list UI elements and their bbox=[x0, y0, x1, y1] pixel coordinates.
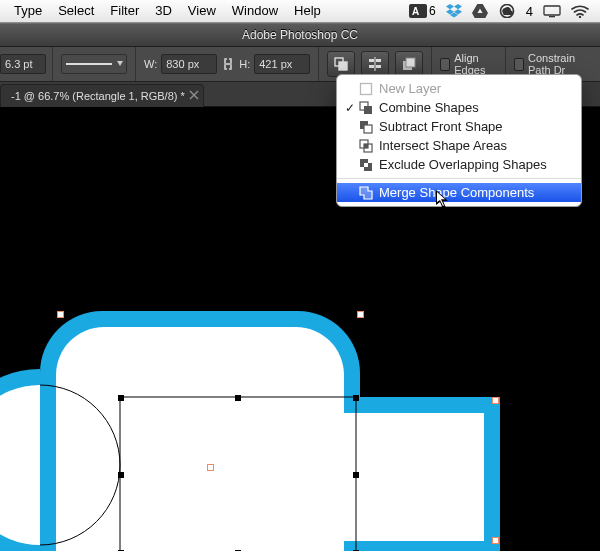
wifi-icon[interactable] bbox=[566, 4, 594, 18]
menu-extra-digit: 4 bbox=[521, 4, 538, 19]
constrain-path-checkbox[interactable] bbox=[514, 58, 524, 71]
merge-icon bbox=[359, 186, 373, 200]
shape-layer[interactable] bbox=[0, 287, 540, 551]
align-edges-label: Align Edges bbox=[454, 52, 497, 76]
menu-3d[interactable]: 3D bbox=[147, 0, 180, 22]
constrain-path-label: Constrain Path Dr bbox=[528, 52, 592, 76]
menu-item-label: Merge Shape Components bbox=[379, 185, 534, 200]
display-icon[interactable] bbox=[538, 4, 566, 18]
new-layer-icon bbox=[359, 82, 373, 96]
svg-rect-12 bbox=[406, 58, 415, 67]
document-tab[interactable]: -1 @ 66.7% (Rectangle 1, RGB/8) * bbox=[0, 84, 204, 107]
menu-new-layer: New Layer bbox=[337, 79, 581, 98]
svg-rect-31 bbox=[364, 163, 368, 167]
adobe-notify-icon[interactable]: A 6 bbox=[404, 4, 441, 18]
menu-window[interactable]: Window bbox=[224, 0, 286, 22]
combine-icon bbox=[359, 101, 373, 115]
svg-rect-28 bbox=[364, 144, 368, 148]
svg-rect-10 bbox=[374, 57, 376, 71]
menu-type[interactable]: Type bbox=[6, 0, 50, 22]
menu-item-label: Intersect Shape Areas bbox=[379, 138, 507, 153]
subtract-icon bbox=[359, 120, 373, 134]
close-tab-icon[interactable] bbox=[189, 90, 199, 100]
height-label: H: bbox=[239, 58, 250, 70]
svg-text:A: A bbox=[412, 6, 419, 17]
menu-item-label: Combine Shapes bbox=[379, 100, 479, 115]
svg-rect-4 bbox=[549, 16, 555, 17]
link-wh-icon[interactable] bbox=[221, 56, 235, 72]
dropbox-icon[interactable] bbox=[441, 4, 467, 18]
stroke-width-field[interactable]: 6.3 pt bbox=[0, 54, 46, 74]
stroke-style-field[interactable] bbox=[61, 54, 127, 74]
menu-separator bbox=[337, 178, 581, 179]
menu-item-label: Subtract Front Shape bbox=[379, 119, 503, 134]
app-title: Adobe Photoshop CC bbox=[242, 28, 358, 42]
document-tab-label: -1 @ 66.7% (Rectangle 1, RGB/8) * bbox=[11, 90, 185, 102]
google-drive-icon[interactable] bbox=[467, 4, 493, 18]
menu-merge-shape-components[interactable]: Merge Shape Components bbox=[337, 183, 581, 202]
menu-filter[interactable]: Filter bbox=[102, 0, 147, 22]
adobe-notify-count: 6 bbox=[429, 4, 436, 18]
menu-subtract-front[interactable]: Subtract Front Shape bbox=[337, 117, 581, 136]
menu-exclude[interactable]: Exclude Overlapping Shapes bbox=[337, 155, 581, 174]
creative-cloud-icon[interactable] bbox=[493, 4, 521, 18]
menu-intersect[interactable]: Intersect Shape Areas bbox=[337, 136, 581, 155]
app-titlebar: Adobe Photoshop CC bbox=[0, 23, 600, 47]
svg-rect-23 bbox=[364, 106, 372, 114]
height-field[interactable]: 421 px bbox=[254, 54, 310, 74]
svg-rect-19 bbox=[280, 413, 484, 541]
intersect-icon bbox=[359, 139, 373, 153]
exclude-icon bbox=[359, 158, 373, 172]
check-icon: ✓ bbox=[343, 101, 357, 115]
svg-rect-25 bbox=[364, 125, 372, 133]
menu-combine-shapes[interactable]: ✓ Combine Shapes bbox=[337, 98, 581, 117]
svg-point-5 bbox=[579, 16, 581, 18]
path-operations-menu: New Layer ✓ Combine Shapes Subtract Fron… bbox=[336, 74, 582, 207]
menu-item-label: Exclude Overlapping Shapes bbox=[379, 157, 547, 172]
menu-item-label: New Layer bbox=[379, 81, 441, 96]
align-edges-checkbox[interactable] bbox=[440, 58, 450, 71]
svg-rect-7 bbox=[339, 62, 347, 70]
svg-rect-21 bbox=[361, 83, 372, 94]
width-label: W: bbox=[144, 58, 157, 70]
menu-select[interactable]: Select bbox=[50, 0, 102, 22]
mac-menubar: Type Select Filter 3D View Window Help A… bbox=[0, 0, 600, 23]
svg-rect-3 bbox=[544, 6, 560, 15]
width-field[interactable]: 830 px bbox=[161, 54, 217, 74]
menu-help[interactable]: Help bbox=[286, 0, 329, 22]
menu-view[interactable]: View bbox=[180, 0, 224, 22]
